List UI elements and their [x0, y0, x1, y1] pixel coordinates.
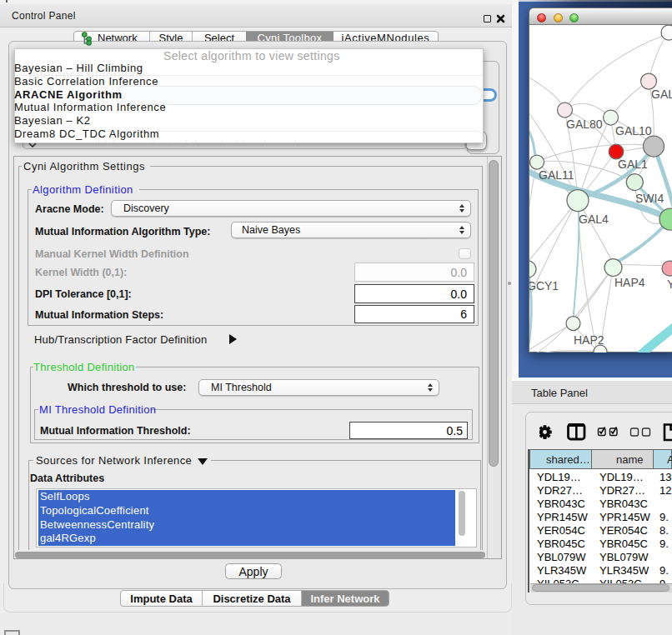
svg-text:GAL80: GAL80	[566, 118, 603, 131]
svg-text:GAL11: GAL11	[539, 168, 574, 182]
svg-text:GAL10: GAL10	[615, 124, 652, 138]
svg-text:GAL4: GAL4	[579, 212, 609, 226]
svg-text:GAL7: GAL7	[651, 88, 672, 101]
svg-text:Y: Y	[667, 278, 672, 291]
svg-text:HAP4: HAP4	[614, 276, 645, 289]
svg-text:GAL1: GAL1	[618, 158, 648, 171]
svg-text:SWI4: SWI4	[635, 192, 664, 205]
svg-text:GCY1: GCY1	[529, 279, 559, 292]
svg-text:HAP2: HAP2	[574, 333, 604, 347]
